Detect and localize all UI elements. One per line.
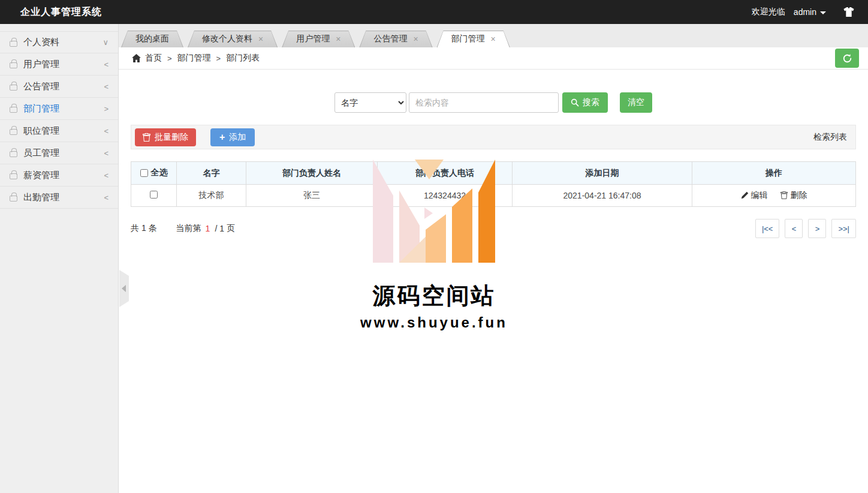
tab-bar: 我的桌面 修改个人资料 × 用户管理 ×: [119, 24, 868, 47]
sidebar-item-label: 出勤管理: [23, 192, 59, 203]
column-header-name: 名字: [177, 162, 246, 185]
page-unit: 页: [227, 223, 235, 234]
search-button[interactable]: 搜索: [562, 92, 608, 113]
select-all-label: 全选: [151, 167, 168, 178]
chevron-left-icon: <: [104, 149, 108, 158]
chevron-down-icon: ∨: [103, 38, 108, 47]
breadcrumb-department[interactable]: 部门管理: [177, 53, 211, 64]
lock-icon: [10, 173, 17, 179]
add-button[interactable]: + 添加: [210, 128, 255, 146]
search-button-label: 搜索: [583, 97, 599, 108]
refresh-button[interactable]: [835, 49, 859, 68]
row-name-cell: 技术部: [177, 185, 246, 207]
sidebar-item-personal-profile[interactable]: 个人资料 ∨: [0, 31, 118, 53]
top-bar: 企业人事管理系统 欢迎光临 admin: [0, 0, 868, 24]
chevron-left-icon: <: [104, 60, 108, 69]
sidebar-item-announcement-management[interactable]: 公告管理 <: [0, 76, 118, 98]
prev-page-button[interactable]: <: [785, 219, 803, 238]
chevron-left-icon: <: [104, 193, 108, 202]
chevron-left-icon: <: [104, 127, 108, 136]
welcome-text: 欢迎光临: [752, 7, 785, 17]
sidebar-item-employee-management[interactable]: 员工管理 <: [0, 142, 118, 164]
column-header-actions: 操作: [692, 162, 856, 185]
row-checkbox[interactable]: [150, 191, 158, 199]
sidebar-item-position-management[interactable]: 职位管理 <: [0, 120, 118, 142]
clear-button-label: 清空: [628, 97, 644, 108]
lock-icon: [10, 41, 17, 47]
main-layout: 个人资料 ∨ 用户管理 < 公告管理 < 部门管理 > 职位管理 < 员工管理 …: [0, 24, 868, 493]
tab-label: 修改个人资料: [202, 34, 252, 44]
theme-shirt-icon[interactable]: [843, 7, 855, 17]
last-page-button[interactable]: >>|: [831, 219, 856, 238]
batch-delete-button[interactable]: 批量删除: [135, 128, 196, 146]
lock-icon: [10, 151, 17, 157]
search-field-select[interactable]: 名字: [334, 92, 406, 113]
chevron-right-icon: >: [104, 104, 108, 113]
breadcrumb-department-list[interactable]: 部门列表: [226, 53, 260, 64]
pencil-icon: [741, 191, 749, 199]
tab-label: 用户管理: [296, 34, 330, 44]
breadcrumb-home[interactable]: 首页: [145, 53, 162, 64]
close-icon[interactable]: ×: [258, 35, 263, 43]
current-page-number: 1: [206, 224, 210, 233]
search-list-label: 检索列表: [813, 132, 852, 143]
username: admin: [794, 7, 816, 17]
sidebar-collapse-handle[interactable]: [119, 270, 129, 307]
row-phone-cell: 124324432: [378, 185, 513, 207]
tab-edit-profile[interactable]: 修改个人资料 ×: [188, 31, 278, 47]
lock-icon: [10, 85, 17, 91]
edit-link[interactable]: 编辑: [741, 190, 768, 201]
home-icon: [132, 54, 141, 62]
tab-label: 公告管理: [373, 34, 407, 44]
sidebar-item-label: 公告管理: [23, 81, 59, 92]
sidebar-item-user-management[interactable]: 用户管理 <: [0, 53, 118, 76]
tab-my-desktop[interactable]: 我的桌面: [121, 31, 183, 47]
sidebar-item-salary-management[interactable]: 薪资管理 <: [0, 164, 118, 187]
page-content: 名字 搜索 清空: [119, 70, 868, 493]
tab-user-management[interactable]: 用户管理 ×: [282, 31, 355, 47]
chevron-left-icon: <: [104, 82, 108, 91]
close-icon[interactable]: ×: [336, 35, 340, 43]
plus-icon: +: [219, 133, 225, 142]
search-input[interactable]: [409, 92, 559, 113]
lock-icon: [10, 107, 17, 113]
main-area: 我的桌面 修改个人资料 × 用户管理 ×: [119, 24, 868, 493]
user-menu[interactable]: admin: [794, 7, 826, 17]
close-icon[interactable]: ×: [491, 35, 496, 43]
first-page-button[interactable]: |<<: [755, 219, 780, 238]
lock-icon: [10, 196, 17, 202]
pagination: 共 1 条 当前第 1 / 1 页 |<< < > >>|: [131, 219, 856, 238]
total-pages: 1: [219, 224, 224, 233]
column-header-phone: 部门负责人电话: [378, 162, 513, 185]
select-all-checkbox[interactable]: [140, 169, 148, 177]
trash-icon: [780, 191, 788, 199]
tab-announcement-management[interactable]: 公告管理 ×: [359, 31, 432, 47]
chevron-down-icon: [820, 11, 826, 14]
delete-link[interactable]: 删除: [780, 190, 807, 201]
sidebar-item-label: 个人资料: [23, 37, 59, 48]
row-date-cell: 2021-04-21 16:47:08: [513, 185, 692, 207]
pager-buttons: |<< < > >>|: [755, 219, 856, 238]
breadcrumb-separator: >: [167, 54, 172, 63]
table-toolbar: 批量删除 + 添加 检索列表: [131, 125, 856, 149]
close-icon[interactable]: ×: [413, 35, 418, 43]
sidebar-item-label: 薪资管理: [23, 170, 59, 181]
delete-label: 删除: [790, 190, 807, 201]
sidebar-item-attendance-management[interactable]: 出勤管理 <: [0, 187, 118, 209]
trash-icon: [143, 133, 150, 142]
tab-department-management[interactable]: 部门管理 ×: [437, 31, 510, 47]
clear-button[interactable]: 清空: [620, 92, 652, 113]
sidebar-item-department-management[interactable]: 部门管理 >: [0, 98, 118, 120]
sidebar-item-label: 用户管理: [23, 59, 59, 70]
search-row: 名字 搜索 清空: [131, 92, 856, 113]
row-manager-cell: 张三: [246, 185, 378, 207]
page-separator: /: [215, 224, 217, 233]
sidebar-item-label: 员工管理: [23, 148, 59, 159]
app-title: 企业人事管理系统: [20, 6, 102, 19]
tab-label: 部门管理: [451, 34, 485, 44]
breadcrumb-separator: >: [216, 54, 221, 63]
row-actions-cell: 编辑 删除: [692, 185, 856, 207]
next-page-button[interactable]: >: [808, 219, 826, 238]
total-count: 共 1 条: [131, 223, 157, 234]
sidebar-item-label: 部门管理: [23, 103, 59, 115]
